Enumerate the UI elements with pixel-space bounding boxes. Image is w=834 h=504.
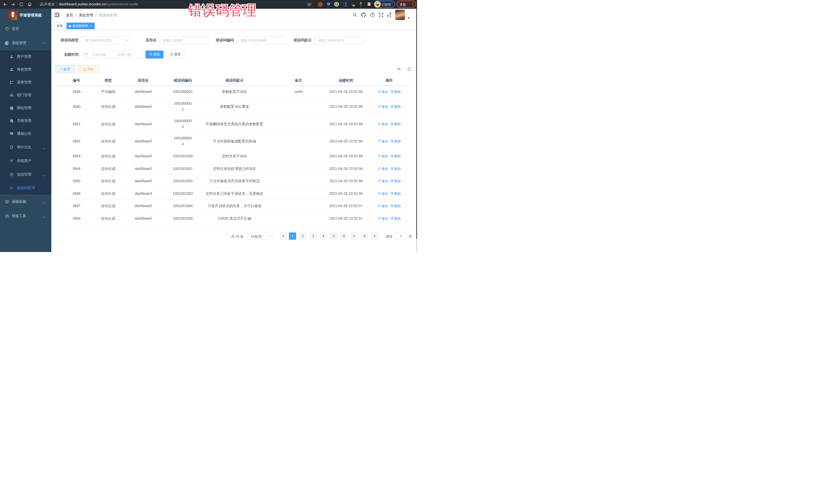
svg-text:on: on bbox=[353, 5, 354, 6]
